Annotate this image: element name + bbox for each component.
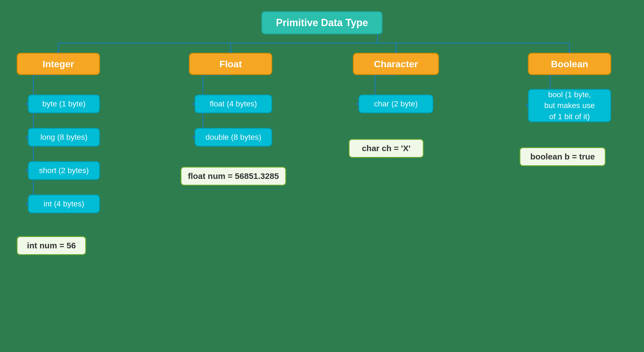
child-float: float (4 bytes) [194, 94, 272, 113]
category-boolean: Boolean [528, 53, 611, 75]
category-float: Float [189, 53, 272, 75]
child-double: double (8 bytes) [194, 128, 272, 147]
category-integer: Integer [17, 53, 100, 75]
child-char: char (2 byte) [358, 94, 433, 113]
child-int: int (4 bytes) [28, 194, 100, 213]
category-character: Character [353, 53, 439, 75]
root-node: Primitive Data Type [261, 11, 383, 34]
example-float: float num = 56851.3285 [181, 167, 286, 186]
example-int: int num = 56 [17, 236, 86, 255]
diagram-container: Primitive Data Type Integer Float Charac… [0, 0, 644, 352]
example-char: char ch = 'X' [349, 139, 424, 158]
child-bool: bool (1 byte, but makes use of 1 bit of … [528, 89, 611, 122]
child-byte: byte (1 byte) [28, 94, 100, 113]
example-boolean: boolean b = true [520, 147, 606, 166]
child-long: long (8 bytes) [28, 128, 100, 147]
child-short: short (2 bytes) [28, 161, 100, 180]
